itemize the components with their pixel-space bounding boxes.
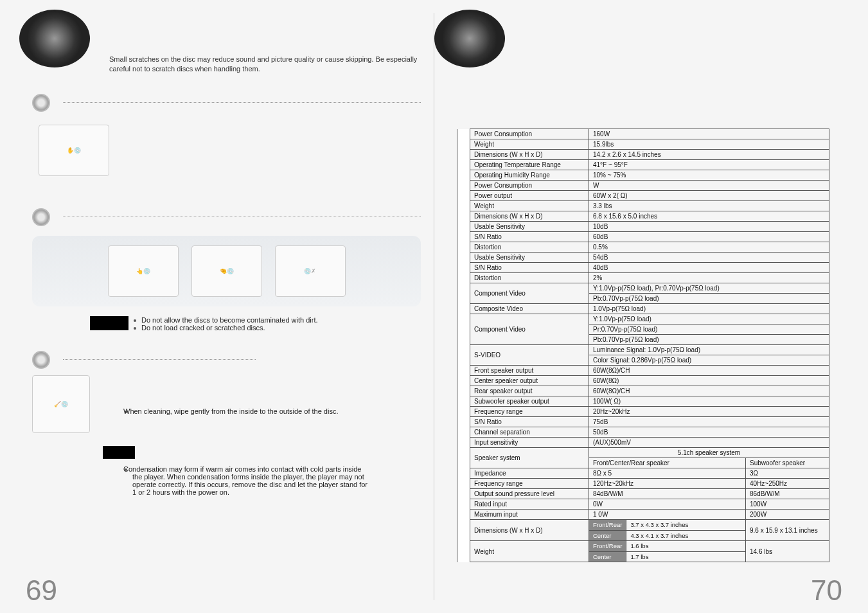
table-row: Distortion2%: [457, 273, 829, 283]
page-number-left: 69: [26, 574, 57, 607]
table-row: Frequency range20Hz~20kHz: [457, 407, 829, 417]
specifications-table: Power Consumption160WWeight15.9lbsDimens…: [457, 129, 829, 562]
table-row: Component VideoY:1.0Vp-p(75Ω load), Pr:0…: [457, 283, 829, 294]
table-row: S/N Ratio40dB: [457, 263, 829, 273]
table-row: Rear speaker output60W(8Ω)/CH: [457, 386, 829, 396]
table-row: Distortion0.5%: [457, 242, 829, 253]
dirt-bullet-2: Do not load cracked or scratched discs.: [141, 324, 265, 332]
table-row: Weight3.3 lbs: [457, 201, 829, 211]
divider: [63, 217, 421, 217]
page-number-right: 70: [811, 574, 842, 607]
hand-disc-illustration: ✋💿: [39, 125, 109, 176]
table-row: Front speaker output60W(8Ω)/CH: [457, 366, 829, 376]
table-row: Operating Temperature Range41°F ~ 95°F: [457, 160, 829, 170]
table-row: Dimensions (W x H x D)14.2 x 2.6 x 14.5 …: [457, 150, 829, 160]
bullet-icon: [32, 208, 50, 226]
table-row: Usable Sensitivity54dB: [457, 253, 829, 263]
note-badge: [103, 446, 135, 459]
divider: [63, 359, 256, 360]
speaker-illustration-icon: [434, 10, 505, 67]
cleaning-text: When cleaning, wipe gently from the insi…: [132, 407, 338, 415]
table-row: Input sensitivity(AUX)500mV: [457, 438, 829, 448]
right-page: Power Consumption160WWeight15.9lbsDimens…: [434, 13, 849, 600]
table-row: S/N Ratio75dB: [457, 417, 829, 427]
bullet-icon: [32, 351, 50, 369]
table-row: Subwoofer speaker output100W( Ω): [457, 396, 829, 407]
table-row: Channel separation50dB: [457, 427, 829, 438]
speaker-illustration-icon: [19, 10, 90, 67]
table-row: Composite Video1.0Vp-p(75Ω load): [457, 304, 829, 314]
section-cleaning: 🧹💿 When cleaning, wipe gently from the i…: [32, 351, 421, 496]
section-hold: ✋💿: [32, 94, 421, 189]
table-row: Power output60W x 2( Ω): [457, 191, 829, 201]
fingerprint-illustration: 👆💿: [108, 245, 179, 297]
table-row: Weight15.9lbs: [457, 139, 829, 150]
bullet-icon: [32, 94, 50, 112]
table-row: Center speaker output60W(8Ω): [457, 376, 829, 386]
table-row: S/N Ratio60dB: [457, 232, 829, 242]
warning-badge: [90, 316, 128, 330]
hold-disc-illustration: 🤏💿: [191, 245, 262, 297]
table-row: Operating Humidity Range10% ~ 75%: [457, 170, 829, 181]
scratched-disc-illustration: 💿✗: [275, 245, 346, 297]
divider: [63, 102, 421, 103]
left-page: Small scratches on the disc may reduce s…: [19, 13, 434, 600]
intro-text: Small scratches on the disc may reduce s…: [109, 55, 421, 75]
table-row: Dimensions (W x H x D)6.8 x 15.6 x 5.0 i…: [457, 211, 829, 222]
condensation-text: Condensation may form if warm air comes …: [132, 465, 373, 496]
table-row: Power Consumption W: [457, 181, 829, 191]
section-dirt: 👆💿 🤏💿 💿✗ Do not allow the discs to becom…: [32, 208, 421, 332]
dirt-bullet-1: Do not allow the discs to become contami…: [141, 316, 318, 324]
table-row: Component VideoY:1.0Vp-p(75Ω load): [457, 314, 829, 324]
wipe-disc-illustration: 🧹💿: [32, 375, 90, 433]
table-row: Usable Sensitivity10dB: [457, 222, 829, 232]
table-row: Power Consumption160W: [457, 129, 829, 139]
table-row: S-VIDEOLuminance Signal: 1.0Vp-p(75Ω loa…: [457, 345, 829, 355]
